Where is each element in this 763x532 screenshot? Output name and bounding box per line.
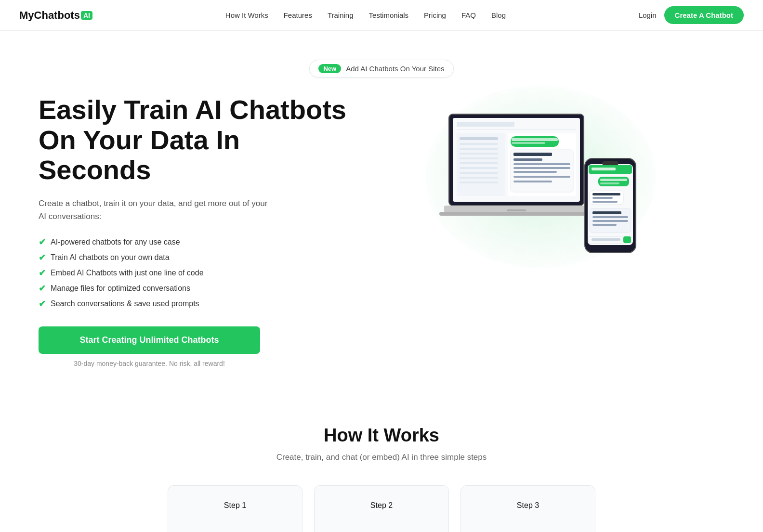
svg-rect-29 (507, 209, 526, 211)
hero-content: Easily Train AI Chatbots On Your Data In… (39, 95, 724, 367)
hero-left: Easily Train AI Chatbots On Your Data In… (39, 95, 356, 367)
svg-rect-2 (457, 122, 514, 127)
logo-ai-badge: AI (81, 11, 92, 20)
check-icon-4: ✔ (39, 283, 46, 294)
feature-text-4: Manage files for optimized conversations (51, 284, 190, 293)
hero-title: Easily Train AI Chatbots On Your Data In… (39, 95, 356, 185)
hero-cta-button[interactable]: Start Creating Unlimited Chatbots (39, 326, 260, 354)
how-it-works-title: How It Works (19, 425, 744, 446)
hero-section: New Add AI Chatbots On Your Sites Easily… (0, 31, 763, 387)
check-icon-1: ✔ (39, 237, 46, 247)
svg-rect-24 (513, 171, 557, 173)
svg-rect-36 (600, 179, 627, 181)
feature-1: ✔ AI-powered chatbots for any use case (39, 237, 356, 247)
hero-guarantee: 30-day money-back guarantee. No risk, al… (39, 360, 260, 367)
check-icon-2: ✔ (39, 252, 46, 263)
step-card-3: Step 3 (460, 485, 595, 532)
svg-rect-13 (460, 177, 498, 179)
nav-how-it-works[interactable]: How It Works (225, 11, 268, 19)
feature-5: ✔ Search conversations & save used promp… (39, 298, 356, 309)
hero-badge: New Add AI Chatbots On Your Sites (309, 60, 453, 78)
check-icon-3: ✔ (39, 268, 46, 278)
svg-rect-21 (513, 158, 542, 161)
svg-rect-22 (513, 163, 570, 165)
nav-pricing[interactable]: Pricing (424, 11, 446, 19)
svg-rect-8 (460, 153, 498, 155)
nav-blog[interactable]: Blog (491, 11, 506, 19)
svg-rect-17 (512, 138, 558, 141)
hero-features: ✔ AI-powered chatbots for any use case ✔… (39, 237, 356, 309)
laptop-mockup (439, 109, 603, 234)
login-button[interactable]: Login (639, 11, 657, 19)
check-icon-5: ✔ (39, 298, 46, 309)
feature-text-3: Embed AI Chatbots with just one line of … (51, 269, 204, 277)
hero-image-container (439, 95, 642, 259)
svg-rect-18 (512, 142, 545, 144)
svg-rect-45 (592, 220, 628, 222)
svg-rect-40 (592, 197, 613, 199)
svg-rect-28 (439, 212, 593, 216)
svg-rect-44 (592, 216, 628, 218)
feature-text-5: Search conversations & save used prompts (51, 299, 199, 308)
svg-rect-23 (513, 167, 570, 169)
nav-training[interactable]: Training (328, 11, 354, 19)
badge-text: Add AI Chatbots On Your Sites (346, 65, 444, 73)
svg-rect-12 (460, 172, 498, 174)
svg-rect-6 (460, 143, 498, 145)
svg-rect-49 (623, 236, 631, 243)
svg-rect-11 (460, 167, 498, 169)
svg-rect-5 (460, 137, 498, 140)
feature-text-1: AI-powered chatbots for any use case (51, 238, 180, 247)
svg-rect-14 (460, 182, 498, 183)
feature-4: ✔ Manage files for optimized conversatio… (39, 283, 356, 294)
step-card-2: Step 2 (314, 485, 449, 532)
feature-3: ✔ Embed AI Chatbots with just one line o… (39, 268, 356, 278)
step-label-1: Step 1 (224, 501, 246, 509)
logo-text: MyChatbots (19, 9, 80, 22)
svg-rect-32 (602, 161, 618, 165)
hero-right (356, 95, 724, 259)
svg-rect-43 (592, 211, 621, 214)
svg-rect-37 (600, 182, 619, 184)
svg-rect-16 (511, 136, 559, 147)
nav-links: How It Works Features Training Testimoni… (225, 11, 506, 20)
svg-rect-3 (457, 130, 576, 130)
svg-rect-9 (460, 157, 498, 159)
svg-rect-26 (513, 181, 552, 182)
svg-rect-25 (513, 176, 570, 178)
feature-text-2: Train AI chatbots on your own data (51, 253, 170, 262)
steps-row: Step 1 Step 2 Step 3 (19, 485, 744, 532)
logo[interactable]: MyChatbotsAI (19, 9, 92, 22)
nav-faq[interactable]: FAQ (461, 11, 476, 19)
nav-testimonials[interactable]: Testimonials (369, 11, 409, 19)
create-chatbot-button[interactable]: Create A Chatbot (664, 6, 744, 24)
svg-rect-20 (513, 153, 552, 156)
step-label-2: Step 2 (370, 501, 393, 509)
nav-features[interactable]: Features (284, 11, 312, 19)
phone-mockup (584, 157, 637, 254)
svg-rect-35 (598, 177, 629, 186)
svg-rect-34 (592, 168, 616, 170)
navbar: MyChatbotsAI How It Works Features Train… (0, 0, 763, 31)
feature-2: ✔ Train AI chatbots on your own data (39, 252, 356, 263)
svg-rect-7 (460, 148, 498, 150)
svg-rect-41 (592, 201, 618, 203)
svg-rect-46 (592, 224, 617, 226)
svg-rect-39 (592, 193, 620, 195)
svg-rect-4 (457, 133, 505, 196)
navbar-actions: Login Create A Chatbot (639, 6, 744, 24)
svg-rect-48 (592, 238, 620, 241)
step-label-3: Step 3 (517, 501, 539, 509)
how-it-works-section: How It Works Create, train, and chat (or… (0, 387, 763, 532)
hero-description: Create a chatbot, train it on your data,… (39, 197, 270, 223)
how-it-works-subtitle: Create, train, and chat (or embed) AI in… (19, 453, 744, 462)
svg-rect-10 (460, 162, 498, 164)
badge-new-label: New (318, 64, 341, 73)
step-card-1: Step 1 (168, 485, 303, 532)
